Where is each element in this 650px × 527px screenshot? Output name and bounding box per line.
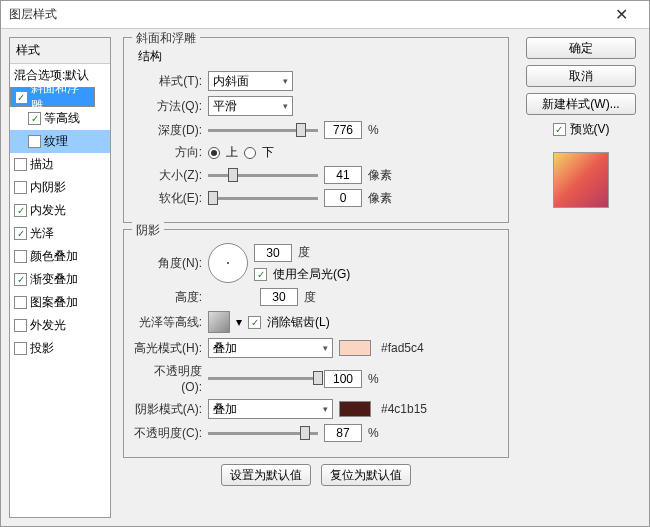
style-gradient-overlay[interactable]: 渐变叠加 xyxy=(10,268,110,291)
style-label: 样式(T): xyxy=(134,73,202,90)
chevron-down-icon: ▾ xyxy=(283,76,288,86)
highlight-mode-label: 高光模式(H): xyxy=(134,340,202,357)
direction-label: 方向: xyxy=(134,144,202,161)
altitude-input[interactable]: 30 xyxy=(260,288,298,306)
reset-default-button[interactable]: 复位为默认值 xyxy=(321,464,411,486)
structure-label: 结构 xyxy=(138,48,498,65)
shadow-color-swatch[interactable] xyxy=(339,401,371,417)
shadow-opacity-input[interactable]: 87 xyxy=(324,424,362,442)
checkbox-icon[interactable] xyxy=(28,135,41,148)
shadow-opacity-label: 不透明度(C): xyxy=(134,425,202,442)
preview-swatch xyxy=(553,152,609,208)
ok-button[interactable]: 确定 xyxy=(526,37,636,59)
angle-dial[interactable] xyxy=(208,243,248,283)
angle-label: 角度(N): xyxy=(134,255,202,272)
group-label: 斜面和浮雕 xyxy=(132,30,200,47)
global-light-checkbox[interactable] xyxy=(254,268,267,281)
highlight-opacity-label: 不透明度(O): xyxy=(134,363,202,394)
technique-label: 方法(Q): xyxy=(134,98,202,115)
checkbox-icon[interactable] xyxy=(14,181,27,194)
gloss-contour-label: 光泽等高线: xyxy=(134,314,202,331)
style-inner-shadow[interactable]: 内阴影 xyxy=(10,176,110,199)
technique-select[interactable]: 平滑▾ xyxy=(208,96,293,116)
depth-slider[interactable] xyxy=(208,121,318,139)
depth-input[interactable]: 776 xyxy=(324,121,362,139)
angle-input[interactable]: 30 xyxy=(254,244,292,262)
style-outer-glow[interactable]: 外发光 xyxy=(10,314,110,337)
checkbox-icon[interactable] xyxy=(15,91,28,104)
shadow-opacity-slider[interactable] xyxy=(208,424,318,442)
style-stroke[interactable]: 描边 xyxy=(10,153,110,176)
depth-label: 深度(D): xyxy=(134,122,202,139)
shadow-mode-select[interactable]: 叠加▾ xyxy=(208,399,333,419)
make-default-button[interactable]: 设置为默认值 xyxy=(221,464,311,486)
chevron-down-icon: ▾ xyxy=(323,404,328,414)
size-slider[interactable] xyxy=(208,166,318,184)
chevron-down-icon[interactable]: ▾ xyxy=(236,315,242,329)
size-label: 大小(Z): xyxy=(134,167,202,184)
highlight-mode-select[interactable]: 叠加▾ xyxy=(208,338,333,358)
checkbox-icon[interactable] xyxy=(14,342,27,355)
group-label: 阴影 xyxy=(132,222,164,239)
style-contour[interactable]: 等高线 xyxy=(10,107,110,130)
preview-label: 预览(V) xyxy=(570,121,610,138)
style-select[interactable]: 内斜面▾ xyxy=(208,71,293,91)
dialog-title: 图层样式 xyxy=(9,6,601,23)
chevron-down-icon: ▾ xyxy=(283,101,288,111)
style-satin[interactable]: 光泽 xyxy=(10,222,110,245)
contour-picker[interactable] xyxy=(208,311,230,333)
highlight-opacity-slider[interactable] xyxy=(208,370,318,388)
highlight-color-swatch[interactable] xyxy=(339,340,371,356)
checkbox-icon[interactable] xyxy=(14,319,27,332)
styles-list: 样式 混合选项:默认 斜面和浮雕 等高线 纹理 描边 内阴影 内发光 光泽 颜色… xyxy=(9,37,111,518)
cancel-button[interactable]: 取消 xyxy=(526,65,636,87)
style-pattern-overlay[interactable]: 图案叠加 xyxy=(10,291,110,314)
radio-down[interactable] xyxy=(244,147,256,159)
antialias-checkbox[interactable] xyxy=(248,316,261,329)
right-panel: 确定 取消 新建样式(W)... 预览(V) xyxy=(521,37,641,518)
checkbox-icon[interactable] xyxy=(14,273,27,286)
style-bevel[interactable]: 斜面和浮雕 xyxy=(10,87,95,107)
layer-style-dialog: 图层样式 ✕ 样式 混合选项:默认 斜面和浮雕 等高线 纹理 描边 内阴影 内发… xyxy=(0,0,650,527)
preview-checkbox[interactable] xyxy=(553,123,566,136)
shadow-group: 阴影 角度(N): 30度 使用全局光(G) 高度:30度 光泽等高线:▾消除锯… xyxy=(123,229,509,458)
titlebar: 图层样式 ✕ xyxy=(1,1,649,29)
styles-header: 样式 xyxy=(10,38,110,64)
shadow-mode-label: 阴影模式(A): xyxy=(134,401,202,418)
settings-panel: 斜面和浮雕 结构 样式(T):内斜面▾ 方法(Q):平滑▾ 深度(D):776%… xyxy=(119,37,513,518)
highlight-hex: #fad5c4 xyxy=(381,341,424,355)
style-inner-glow[interactable]: 内发光 xyxy=(10,199,110,222)
checkbox-icon[interactable] xyxy=(14,296,27,309)
style-texture[interactable]: 纹理 xyxy=(10,130,110,153)
close-icon[interactable]: ✕ xyxy=(601,2,641,28)
checkbox-icon[interactable] xyxy=(14,204,27,217)
radio-up[interactable] xyxy=(208,147,220,159)
checkbox-icon[interactable] xyxy=(14,227,27,240)
bevel-group: 斜面和浮雕 结构 样式(T):内斜面▾ 方法(Q):平滑▾ 深度(D):776%… xyxy=(123,37,509,223)
altitude-label: 高度: xyxy=(134,289,202,306)
chevron-down-icon: ▾ xyxy=(323,343,328,353)
style-color-overlay[interactable]: 颜色叠加 xyxy=(10,245,110,268)
checkbox-icon[interactable] xyxy=(14,250,27,263)
new-style-button[interactable]: 新建样式(W)... xyxy=(526,93,636,115)
highlight-opacity-input[interactable]: 100 xyxy=(324,370,362,388)
style-drop-shadow[interactable]: 投影 xyxy=(10,337,110,360)
size-input[interactable]: 41 xyxy=(324,166,362,184)
checkbox-icon[interactable] xyxy=(14,158,27,171)
shadow-hex: #4c1b15 xyxy=(381,402,427,416)
soften-label: 软化(E): xyxy=(134,190,202,207)
soften-input[interactable]: 0 xyxy=(324,189,362,207)
checkbox-icon[interactable] xyxy=(28,112,41,125)
soften-slider[interactable] xyxy=(208,189,318,207)
